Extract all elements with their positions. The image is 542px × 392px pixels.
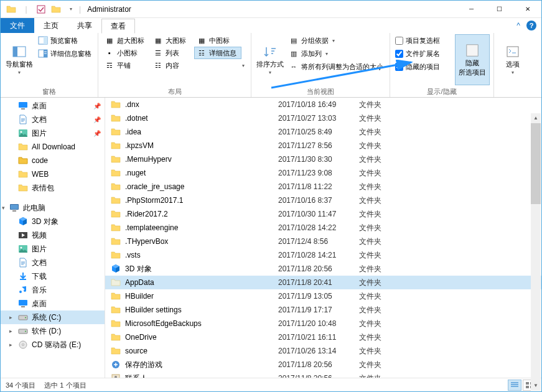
- folder-icon: [110, 277, 121, 288]
- nav-item[interactable]: 音乐: [1, 283, 105, 297]
- maximize-button[interactable]: ☐: [485, 1, 513, 18]
- file-name: 3D 对象: [125, 264, 278, 274]
- nav-item[interactable]: 下载: [1, 269, 105, 283]
- scrollbar-thumb[interactable]: [531, 123, 541, 204]
- file-row[interactable]: .nuget2017/11/23 9:08文件夹: [105, 166, 541, 180]
- nav-item[interactable]: ▸软件 (D:): [1, 324, 105, 338]
- hide-selected-button[interactable]: 隐藏 所选项目: [455, 34, 490, 85]
- file-name: .THypervBox: [125, 237, 278, 246]
- desktop-icon: [18, 299, 28, 309]
- folder-icon: [110, 332, 121, 343]
- file-row[interactable]: AppData2017/11/8 20:41文件夹: [105, 276, 541, 289]
- file-name: 保存的游戏: [125, 360, 278, 370]
- nav-item[interactable]: 3D 对象: [1, 215, 105, 228]
- view-tiles-button[interactable]: ☶平铺: [102, 59, 151, 72]
- folder-icon: [110, 373, 121, 378]
- svg-rect-13: [21, 108, 25, 110]
- nav-item[interactable]: code: [1, 154, 105, 167]
- file-row[interactable]: 3D 对象2017/11/8 20:56文件夹: [105, 262, 541, 276]
- qat-dropdown-icon[interactable]: ▾: [64, 2, 78, 16]
- nav-item[interactable]: 图片: [1, 242, 105, 256]
- checkbox-icon[interactable]: [34, 2, 48, 16]
- file-row[interactable]: 联系人2017/11/8 20:56文件夹: [105, 371, 541, 378]
- svg-rect-12: [19, 102, 27, 108]
- file-row[interactable]: .oracle_jre_usage2017/11/8 11:22文件夹: [105, 180, 541, 194]
- checkbox-item-checkboxes[interactable]: 项目复选框: [394, 34, 454, 47]
- options-button[interactable]: 选项 ▾: [498, 34, 528, 85]
- nav-item[interactable]: 图片📌: [1, 126, 105, 140]
- folder-icon: [110, 126, 121, 138]
- folder-icon: [18, 183, 28, 193]
- file-type: 文件夹: [359, 373, 409, 378]
- file-type: 文件夹: [359, 223, 409, 233]
- tab-share[interactable]: 共享: [68, 18, 101, 33]
- collapse-ribbon-icon[interactable]: ^: [516, 21, 520, 30]
- checkbox-hidden-items[interactable]: 隐藏的项目: [394, 60, 454, 73]
- nav-item[interactable]: ▸系统 (C:): [1, 310, 105, 324]
- nav-pane-button[interactable]: 导航窗格 ▾: [4, 34, 34, 85]
- file-row[interactable]: .PhpStorm2017.12017/10/16 8:37文件夹: [105, 194, 541, 207]
- view-xlarge-button[interactable]: ▦超大图标: [102, 34, 151, 47]
- checkbox-file-extensions[interactable]: 文件扩展名: [394, 47, 454, 60]
- folder-icon: [110, 304, 121, 315]
- file-row[interactable]: 保存的游戏2017/11/8 20:56文件夹: [105, 358, 541, 371]
- svg-rect-33: [526, 382, 529, 385]
- nav-item[interactable]: 表情包: [1, 181, 105, 195]
- tab-view[interactable]: 查看: [101, 19, 135, 34]
- nav-item[interactable]: All Download: [1, 140, 105, 154]
- view-small-button[interactable]: ▪小图标: [102, 47, 151, 59]
- file-row[interactable]: .MemuHyperv2017/11/30 8:30文件夹: [105, 152, 541, 166]
- file-row[interactable]: .THypervBox2017/12/4 8:56文件夹: [105, 235, 541, 248]
- file-list[interactable]: .dnx2017/10/18 16:49文件夹.dotnet2017/10/27…: [105, 98, 541, 378]
- fitcols-button[interactable]: ↔将所有列调整为合适的大小: [286, 60, 386, 73]
- nav-item[interactable]: 文档: [1, 256, 105, 269]
- nav-item[interactable]: 桌面📌: [1, 99, 105, 113]
- nav-item[interactable]: ▾此电脑: [1, 201, 105, 215]
- tab-home[interactable]: 主页: [34, 18, 68, 33]
- file-type: 文件夹: [359, 182, 409, 192]
- file-row[interactable]: OneDrive2017/10/21 16:11文件夹: [105, 330, 541, 344]
- file-row[interactable]: source2017/10/26 13:14文件夹: [105, 344, 541, 358]
- addcol-button[interactable]: ▥添加列▾: [286, 47, 386, 60]
- details-view-button[interactable]: [508, 380, 521, 391]
- folder-icon: [110, 345, 121, 357]
- preview-pane-button[interactable]: 预览窗格: [35, 34, 94, 47]
- nav-item[interactable]: WEB: [1, 167, 105, 181]
- folder-icon: [110, 99, 121, 110]
- file-date: 2017/11/9 17:17: [278, 306, 359, 314]
- file-type: 文件夹: [359, 291, 409, 302]
- nav-item[interactable]: 桌面: [1, 297, 105, 310]
- help-icon[interactable]: ?: [526, 21, 536, 30]
- details-pane-button[interactable]: 详细信息窗格: [35, 47, 94, 60]
- folder-icon: [110, 181, 121, 192]
- file-date: 2017/10/21 16:11: [278, 333, 359, 342]
- file-row[interactable]: .idea2017/10/25 8:49文件夹: [105, 125, 541, 139]
- file-date: 2017/10/18 16:49: [278, 100, 359, 109]
- groupby-button[interactable]: ▤分组依据▾: [286, 34, 386, 47]
- nav-item[interactable]: ▸CD 驱动器 (E:): [1, 338, 105, 352]
- file-row[interactable]: MicrosoftEdgeBackups2017/11/20 10:48文件夹: [105, 317, 541, 330]
- sort-button[interactable]: 排序方式 ▾: [255, 34, 285, 85]
- tab-file[interactable]: 文件: [1, 18, 34, 33]
- folder-icon: [110, 208, 121, 220]
- pin-icon: 📌: [93, 116, 101, 123]
- file-row[interactable]: .templateengine2017/10/28 14:22文件夹: [105, 221, 541, 235]
- view-large-button[interactable]: ▦大图标: [151, 34, 194, 47]
- file-row[interactable]: HBuilder settings2017/11/9 17:17文件夹: [105, 303, 541, 317]
- view-details-button[interactable]: ☷详细信息: [194, 47, 241, 59]
- view-list-button[interactable]: ☰列表: [151, 47, 194, 59]
- file-row[interactable]: .dotnet2017/10/27 13:03文件夹: [105, 111, 541, 125]
- scrollbar[interactable]: ▲ ▼: [531, 113, 541, 391]
- file-row[interactable]: .dnx2017/10/18 16:49文件夹: [105, 98, 541, 111]
- nav-item[interactable]: 视频: [1, 228, 105, 242]
- close-button[interactable]: ✕: [513, 1, 541, 18]
- file-row[interactable]: .Rider2017.22017/10/30 11:47文件夹: [105, 207, 541, 221]
- nav-item[interactable]: 文档📌: [1, 113, 105, 126]
- minimize-button[interactable]: ─: [457, 1, 485, 18]
- file-row[interactable]: HBuilder2017/11/9 13:05文件夹: [105, 289, 541, 303]
- navigation-pane[interactable]: 桌面📌文档📌图片📌All DownloadcodeWEB表情包▾此电脑3D 对象…: [1, 98, 105, 378]
- file-row[interactable]: .vsts2017/10/28 14:21文件夹: [105, 248, 541, 262]
- view-content-button[interactable]: ☷内容: [151, 59, 194, 72]
- view-medium-button[interactable]: ▦中图标: [194, 34, 238, 47]
- file-row[interactable]: .kpzsVM2017/11/27 8:56文件夹: [105, 139, 541, 152]
